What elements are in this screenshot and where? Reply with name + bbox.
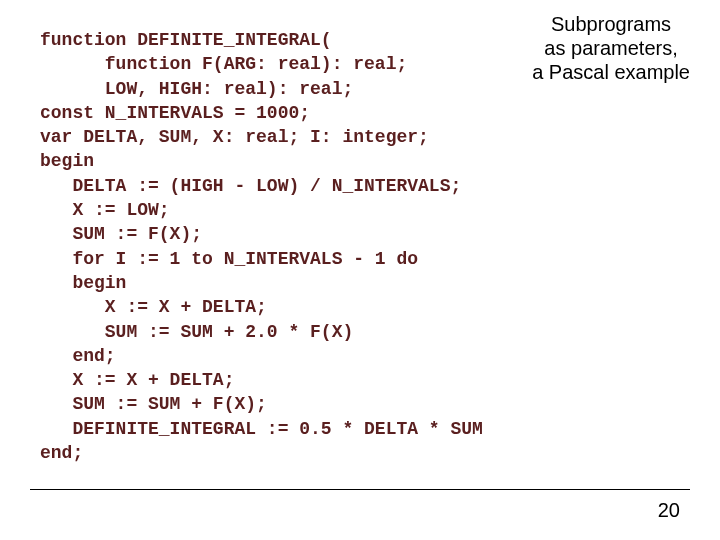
code-line: SUM := F(X); bbox=[40, 224, 202, 244]
slide-title: Subprograms as parameters, a Pascal exam… bbox=[532, 12, 690, 84]
title-line-1: Subprograms bbox=[532, 12, 690, 36]
code-line: var DELTA, SUM, X: real; I: integer; bbox=[40, 127, 429, 147]
code-line: end; bbox=[40, 443, 83, 463]
page-number: 20 bbox=[658, 499, 680, 522]
divider bbox=[30, 489, 690, 490]
code-line: SUM := SUM + 2.0 * F(X) bbox=[40, 322, 353, 342]
code-line: end; bbox=[40, 346, 116, 366]
code-line: for I := 1 to N_INTERVALS - 1 do bbox=[40, 249, 418, 269]
code-line: const N_INTERVALS = 1000; bbox=[40, 103, 310, 123]
code-line: function F(ARG: real): real; bbox=[40, 54, 407, 74]
code-line: begin bbox=[40, 151, 94, 171]
code-line: DELTA := (HIGH - LOW) / N_INTERVALS; bbox=[40, 176, 461, 196]
slide: Subprograms as parameters, a Pascal exam… bbox=[0, 0, 720, 540]
title-line-2: as parameters, bbox=[532, 36, 690, 60]
code-line: begin bbox=[40, 273, 126, 293]
code-line: LOW, HIGH: real): real; bbox=[40, 79, 353, 99]
code-line: SUM := SUM + F(X); bbox=[40, 394, 267, 414]
code-line: DEFINITE_INTEGRAL := 0.5 * DELTA * SUM bbox=[40, 419, 483, 439]
code-line: X := X + DELTA; bbox=[40, 370, 234, 390]
code-line: X := X + DELTA; bbox=[40, 297, 267, 317]
code-line: X := LOW; bbox=[40, 200, 170, 220]
title-line-3: a Pascal example bbox=[532, 60, 690, 84]
code-block: function DEFINITE_INTEGRAL( function F(A… bbox=[40, 28, 483, 465]
code-line: function DEFINITE_INTEGRAL( bbox=[40, 30, 332, 50]
